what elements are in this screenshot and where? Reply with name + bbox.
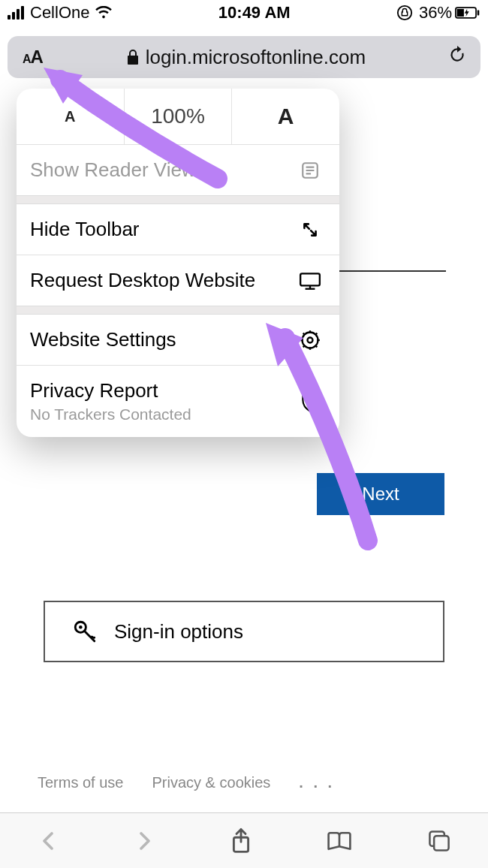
privacy-report-sub: No Trackers Contacted bbox=[30, 405, 191, 423]
zoom-level: 100% bbox=[125, 89, 233, 144]
menu-separator bbox=[17, 195, 339, 204]
svg-point-0 bbox=[398, 6, 411, 20]
privacy-report-item[interactable]: Privacy Report No Trackers Contacted bbox=[17, 365, 339, 437]
menu-separator bbox=[17, 306, 339, 315]
request-desktop-label: Request Desktop Website bbox=[30, 269, 297, 292]
battery-charging-icon bbox=[455, 6, 480, 20]
footer-terms-link[interactable]: Terms of use bbox=[38, 774, 123, 791]
reader-view-label: Show Reader View bbox=[30, 158, 297, 182]
footer-privacy-link[interactable]: Privacy & cookies bbox=[152, 774, 270, 791]
svg-rect-3 bbox=[477, 11, 480, 16]
tabs-button[interactable] bbox=[420, 821, 459, 860]
website-settings-item[interactable]: Website Settings bbox=[17, 315, 339, 365]
popover-caret bbox=[32, 89, 53, 90]
svg-rect-2 bbox=[457, 9, 464, 17]
request-desktop-website-item[interactable]: Request Desktop Website bbox=[17, 255, 339, 306]
privacy-report-label: Privacy Report bbox=[30, 379, 191, 402]
reload-button[interactable] bbox=[441, 41, 473, 74]
hide-toolbar-item[interactable]: Hide Toolbar bbox=[17, 204, 339, 255]
svg-point-14 bbox=[308, 337, 313, 342]
lock-icon bbox=[126, 49, 140, 65]
next-button[interactable]: Next bbox=[317, 473, 444, 515]
show-reader-view-item: Show Reader View bbox=[17, 145, 339, 195]
key-icon bbox=[72, 619, 98, 644]
signin-options-button[interactable]: Sign-in options bbox=[44, 601, 444, 662]
zoom-controls: A 100% A bbox=[17, 89, 339, 144]
safari-bottom-toolbar bbox=[0, 812, 488, 868]
forward-button bbox=[126, 822, 164, 860]
hide-toolbar-label: Hide Toolbar bbox=[30, 218, 297, 241]
signin-options-label: Sign-in options bbox=[114, 620, 243, 643]
svg-line-21 bbox=[315, 333, 317, 334]
svg-line-20 bbox=[315, 345, 317, 347]
url-bar[interactable]: AA login.microsoftonline.com bbox=[8, 36, 480, 78]
aa-textsize-button[interactable]: AA bbox=[15, 42, 50, 72]
svg-line-22 bbox=[303, 345, 305, 347]
gear-icon bbox=[297, 330, 323, 351]
wifi-icon bbox=[95, 6, 112, 20]
zoom-in-button[interactable]: A bbox=[232, 89, 339, 144]
carrier-name: CellOne bbox=[30, 3, 89, 23]
status-time: 10:49 AM bbox=[218, 3, 291, 23]
reader-view-icon bbox=[297, 161, 323, 180]
website-settings-label: Website Settings bbox=[30, 328, 297, 351]
bookmarks-button[interactable] bbox=[318, 822, 360, 860]
shield-icon bbox=[297, 390, 323, 413]
cellular-signal-icon bbox=[8, 6, 24, 20]
desktop-icon bbox=[297, 271, 323, 291]
phone-frame: CellOne 10:49 AM 36% AA login.micros bbox=[0, 0, 488, 868]
battery-percent: 36% bbox=[419, 3, 452, 23]
page-footer: Terms of use Privacy & cookies . . . bbox=[38, 774, 335, 791]
aa-popover-menu: A 100% A Show Reader View Hide Toolbar R… bbox=[17, 89, 339, 437]
svg-rect-10 bbox=[300, 273, 320, 285]
svg-point-5 bbox=[79, 625, 83, 629]
footer-more-button[interactable]: . . . bbox=[299, 774, 335, 791]
svg-rect-28 bbox=[434, 836, 448, 850]
svg-line-19 bbox=[303, 333, 305, 334]
share-button[interactable] bbox=[222, 820, 260, 862]
url-domain: login.microsoftonline.com bbox=[146, 46, 366, 69]
expand-arrows-icon bbox=[297, 220, 323, 240]
orientation-lock-icon bbox=[396, 5, 413, 21]
back-button[interactable] bbox=[29, 822, 67, 860]
url-display[interactable]: login.microsoftonline.com bbox=[50, 46, 441, 69]
zoom-out-button[interactable]: A bbox=[17, 89, 125, 144]
status-bar: CellOne 10:49 AM 36% bbox=[0, 0, 488, 26]
